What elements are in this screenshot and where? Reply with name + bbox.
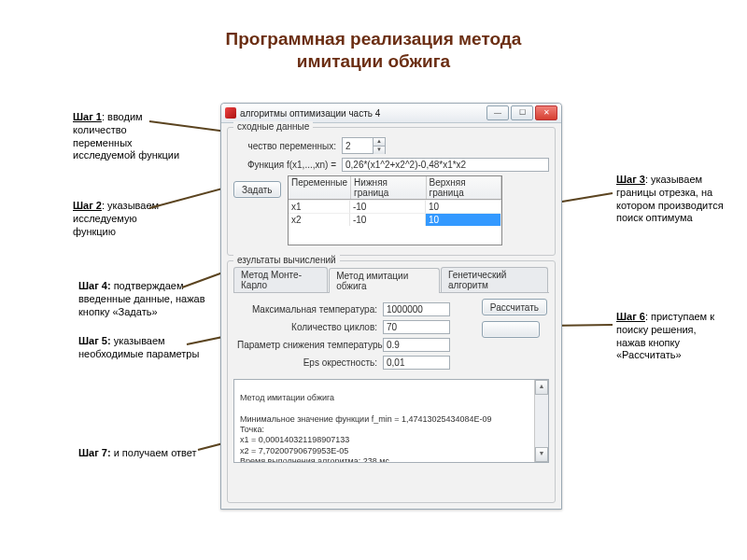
spin-down-icon[interactable]: ▼ [373, 147, 385, 154]
grid-header-high: Верхняя граница [427, 176, 501, 199]
annot-step1: Шаг 1: вводим количество переменных иссл… [73, 111, 185, 162]
app-window: алгоритмы оптимизации часть 4 — ☐ ✕ сход… [220, 103, 562, 510]
scroll-down-icon[interactable]: ▼ [535, 447, 548, 462]
window-title: алгоритмы оптимизации часть 4 [240, 108, 380, 119]
vars-spinner[interactable]: 2 ▲ ▼ [342, 137, 386, 154]
decay-label: Параметр снижения температуры: [237, 340, 377, 350]
cell-low: -10 [350, 200, 426, 213]
bounds-grid[interactable]: Переменные Нижняя граница Верхняя границ… [288, 175, 502, 245]
eps-label: Eps окрестность: [237, 357, 377, 368]
cell-high: 10 [426, 200, 501, 213]
decay-input[interactable]: 0.9 [383, 338, 450, 352]
tab-monte-carlo[interactable]: Метод Монте-Карло [233, 267, 328, 292]
cell-high-selected: 10 [426, 213, 501, 226]
eps-input[interactable]: 0,01 [383, 356, 450, 370]
grid-header-low: Нижняя граница [351, 176, 426, 199]
step1-bold: Шаг 1 [73, 111, 102, 122]
annot-step3: Шаг 3: указываем границы отрезка, на кот… [616, 174, 738, 225]
max-temp-input[interactable]: 1000000 [383, 302, 450, 316]
results-group: езультаты вычислений Метод Монте-Карло М… [227, 260, 556, 503]
cycles-label: Количество циклов: [237, 322, 377, 332]
tabs: Метод Монте-Карло Метод имитации обжига … [233, 267, 549, 293]
func-input[interactable]: 0,26*(x1^2+x2^2)-0,48*x1*x2 [342, 158, 549, 172]
step2-bold: Шаг 2 [73, 200, 102, 211]
max-temp-label: Максимальная температура: [237, 304, 377, 315]
app-icon [225, 107, 236, 119]
tab-genetic[interactable]: Генетический алгоритм [441, 267, 548, 292]
scrollbar[interactable]: ▲ ▼ [534, 380, 548, 462]
table-row[interactable]: x1 -10 10 [289, 200, 501, 213]
slide-title-line1: Программная реализация метода [226, 29, 522, 49]
spin-up-icon[interactable]: ▲ [373, 138, 385, 147]
table-row[interactable]: x2 -10 10 [289, 213, 501, 226]
step3-bold: Шаг 3 [616, 174, 645, 185]
cell-var: x1 [289, 200, 350, 213]
slide-title: Программная реализация метода имитации о… [0, 28, 747, 73]
slide-title-line2: имитации обжига [297, 51, 450, 71]
titlebar[interactable]: алгоритмы оптимизации часть 4 — ☐ ✕ [221, 104, 561, 123]
step7-text: и получаем ответ [111, 447, 197, 458]
vars-label: чество переменных: [233, 141, 336, 151]
annot-step6: Шаг 6: приступаем к поиску решения, нажа… [616, 311, 728, 362]
step5-bold: Шаг 5: [78, 335, 111, 346]
set-button[interactable]: Задать [233, 181, 281, 198]
cell-var: x2 [289, 213, 350, 226]
minimize-button[interactable]: — [486, 105, 509, 120]
annot-step2: Шаг 2: указываем исследуемую функцию [73, 200, 176, 238]
step6-bold: Шаг 6 [616, 311, 645, 322]
cell-low: -10 [350, 213, 426, 226]
scroll-up-icon[interactable]: ▲ [535, 380, 548, 395]
grid-header-var: Переменные [289, 176, 351, 199]
calculate-button[interactable]: Рассчитать [482, 299, 547, 315]
func-label: Функция f(x1,...,xn) = [233, 160, 336, 170]
cycles-input[interactable]: 70 [383, 320, 450, 334]
step7-bold: Шаг 7: [78, 447, 111, 458]
annot-step4: Шаг 4: подтверждаем введенные данные, на… [78, 280, 217, 318]
input-group-title: сходные данные [233, 121, 313, 132]
tab-annealing[interactable]: Метод имитации обжига [329, 268, 440, 293]
close-button[interactable]: ✕ [535, 105, 557, 120]
maximize-button[interactable]: ☐ [511, 105, 533, 120]
input-group: сходные данные чество переменных: 2 ▲ ▼ … [227, 127, 556, 256]
output-textarea[interactable]: Метод имитации обжига Минимальное значен… [233, 379, 549, 463]
results-group-title: езультаты вычислений [233, 255, 340, 265]
vars-value: 2 [343, 141, 373, 151]
secondary-button[interactable] [482, 321, 540, 338]
step4-bold: Шаг 4: [78, 280, 111, 291]
annot-step7: Шаг 7: и получаем ответ [78, 447, 228, 460]
output-text: Метод имитации обжига Минимальное значен… [240, 393, 492, 463]
annot-step5: Шаг 5: указываем необходимые параметры [78, 335, 217, 361]
